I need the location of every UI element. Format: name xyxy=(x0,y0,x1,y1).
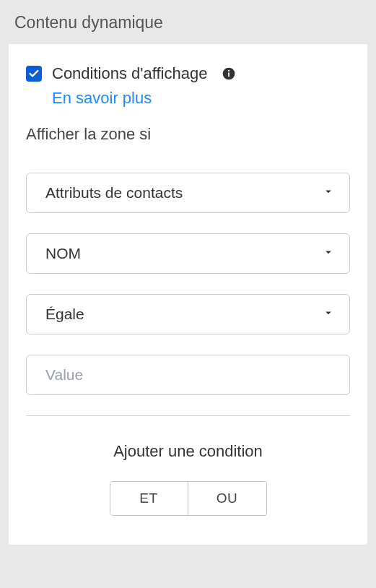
chevron-down-icon xyxy=(322,185,335,201)
divider xyxy=(26,415,350,416)
attribute-source-value: Attributs de contacts xyxy=(45,184,183,202)
logic-button-group: ET OU xyxy=(26,481,350,516)
chevron-down-icon xyxy=(322,306,335,322)
and-button[interactable]: ET xyxy=(110,482,188,515)
chevron-down-icon xyxy=(322,246,335,261)
attribute-name-select[interactable]: NOM xyxy=(26,233,350,274)
attribute-name-value: NOM xyxy=(45,245,81,262)
panel-title: Contenu dynamique xyxy=(0,0,376,44)
show-zone-label: Afficher la zone si xyxy=(26,125,350,144)
conditions-row: Conditions d'affichage xyxy=(26,64,350,83)
conditions-checkbox[interactable] xyxy=(26,66,42,82)
value-input[interactable] xyxy=(45,366,335,384)
conditions-label: Conditions d'affichage xyxy=(52,64,207,83)
info-icon[interactable] xyxy=(222,66,236,81)
svg-point-2 xyxy=(228,70,229,72)
operator-select[interactable]: Égale xyxy=(26,294,350,334)
or-button[interactable]: OU xyxy=(188,482,266,515)
operator-value: Égale xyxy=(45,306,84,323)
svg-rect-1 xyxy=(229,72,230,77)
add-condition-label: Ajouter une condition xyxy=(26,442,350,461)
check-icon xyxy=(28,68,40,79)
value-input-wrapper[interactable] xyxy=(26,355,350,395)
attribute-source-select[interactable]: Attributs de contacts xyxy=(26,173,350,213)
learn-more-link[interactable]: En savoir plus xyxy=(52,89,152,108)
panel-body: Conditions d'affichage En savoir plus Af… xyxy=(9,44,367,545)
